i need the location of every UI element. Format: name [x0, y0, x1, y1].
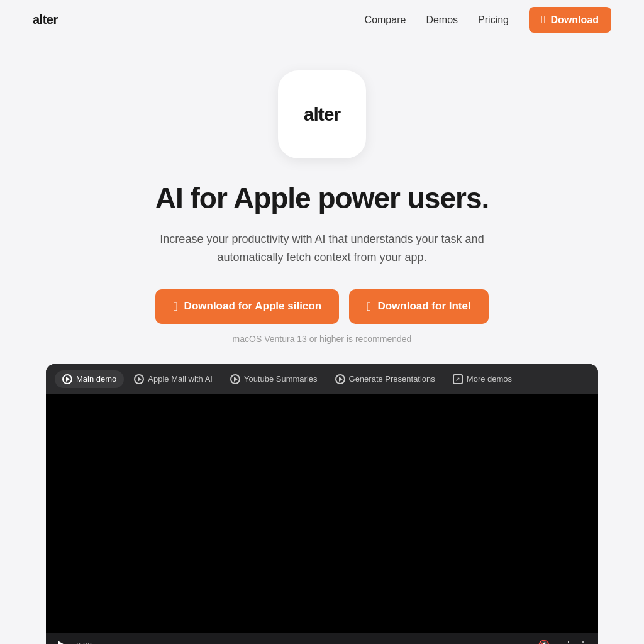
- tab-apple-mail[interactable]: Apple Mail with AI: [126, 370, 220, 388]
- play-icon-youtube: [230, 374, 240, 384]
- nav-compare[interactable]: Compare: [365, 14, 406, 26]
- fullscreen-button[interactable]: ⛶: [559, 640, 569, 644]
- download-buttons:  Download for Apple silicon  Download …: [155, 289, 488, 324]
- nav-demos[interactable]: Demos: [426, 14, 458, 26]
- video-controls: 0:00 🔇 ⛶ ⋮: [46, 633, 598, 644]
- tab-main-demo[interactable]: Main demo: [55, 370, 124, 388]
- nav-links: Compare Demos Pricing  Download: [365, 7, 611, 33]
- play-icon-presentations: [335, 374, 345, 384]
- download-apple-silicon-button[interactable]:  Download for Apple silicon: [155, 289, 339, 324]
- play-icon-main: [62, 374, 72, 384]
- apple-icon: : [541, 13, 546, 26]
- apple-icon-silicon: : [173, 299, 177, 314]
- time-display: 0:00: [76, 641, 101, 644]
- download-intel-button[interactable]:  Download for Intel: [349, 289, 489, 324]
- tab-more-demos[interactable]: More demos: [445, 370, 519, 388]
- video-section: Main demo Apple Mail with AI Youtube Sum…: [46, 364, 598, 644]
- logo: alter: [33, 13, 58, 27]
- tab-generate-presentations[interactable]: Generate Presentations: [328, 370, 443, 388]
- hero-subtext: Increase your productivity with AI that …: [133, 230, 511, 267]
- hero-headline: AI for Apple power users.: [155, 181, 489, 215]
- app-icon-text: alter: [304, 104, 340, 125]
- tab-youtube-summaries[interactable]: Youtube Summaries: [223, 370, 325, 388]
- nav-download-button[interactable]:  Download: [529, 7, 611, 33]
- navbar: alter Compare Demos Pricing  Download: [0, 0, 644, 40]
- external-icon: [453, 374, 463, 384]
- mute-button[interactable]: 🔇: [538, 640, 550, 644]
- more-options-button[interactable]: ⋮: [578, 640, 588, 644]
- video-player[interactable]: [46, 394, 598, 633]
- play-icon-mail: [134, 374, 144, 384]
- macos-note: macOS Ventura 13 or higher is recommende…: [233, 334, 412, 344]
- apple-icon-intel: : [367, 299, 371, 314]
- nav-pricing[interactable]: Pricing: [478, 14, 509, 26]
- control-icons: 🔇 ⛶ ⋮: [538, 640, 588, 644]
- app-icon: alter: [278, 70, 366, 158]
- video-tabs: Main demo Apple Mail with AI Youtube Sum…: [46, 364, 598, 394]
- hero-section: alter AI for Apple power users. Increase…: [0, 40, 644, 644]
- play-pause-button[interactable]: [56, 640, 69, 644]
